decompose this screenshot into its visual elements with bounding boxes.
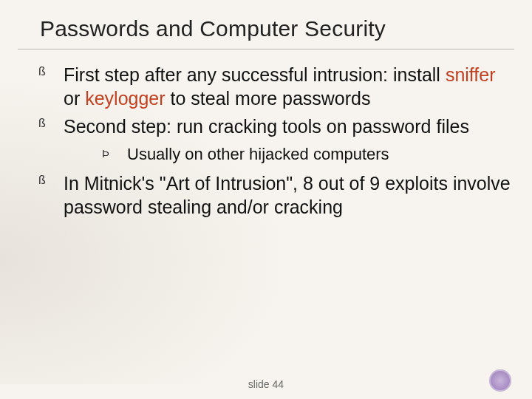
bullet1-text-pre: First step after any successful intrusio…: [64, 64, 446, 85]
bullet-item-3: In Mitnick's "Art of Intrusion", 8 out o…: [33, 171, 514, 219]
bullet3-text: In Mitnick's "Art of Intrusion", 8 out o…: [64, 173, 511, 217]
bullet1-text-mid: or: [64, 88, 85, 109]
bullet2-text: Second step: run cracking tools on passw…: [64, 116, 469, 137]
bullet-list: First step after any successful intrusio…: [33, 63, 514, 219]
sub-bullet-list: Usually on other hijacked computers: [64, 144, 514, 166]
bullet1-text-post: to steal more passwords: [166, 88, 371, 109]
seal-icon: [489, 369, 511, 392]
slide: Passwords and Computer Security First st…: [0, 0, 532, 399]
sub-bullet1-text: Usually on other hijacked computers: [127, 145, 389, 163]
bullet-item-1: First step after any successful intrusio…: [33, 63, 514, 110]
slide-title: Passwords and Computer Security: [0, 0, 532, 49]
bullet-item-2: Second step: run cracking tools on passw…: [33, 115, 514, 166]
sub-bullet-item-1: Usually on other hijacked computers: [102, 144, 514, 166]
keyword-keylogger: keylogger: [85, 88, 165, 109]
slide-number: slide 44: [0, 378, 532, 390]
keyword-sniffer: sniffer: [446, 64, 496, 85]
slide-body: First step after any successful intrusio…: [0, 50, 532, 219]
